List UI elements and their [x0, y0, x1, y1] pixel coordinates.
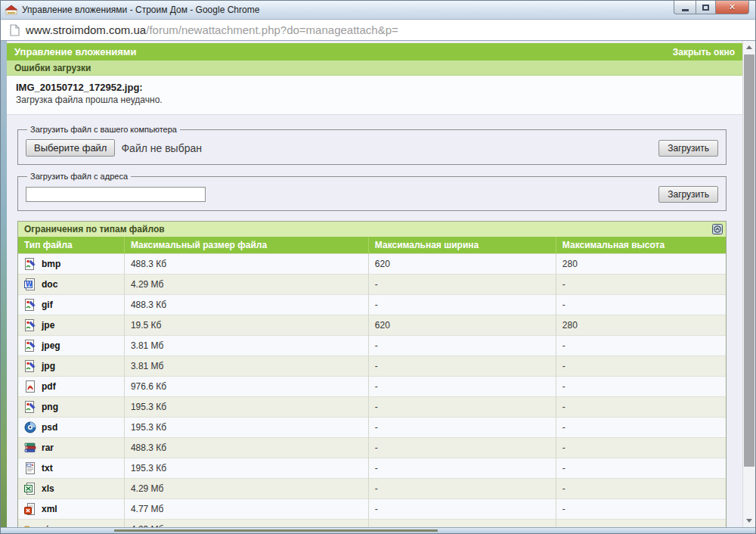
file-type-cell: xls [18, 479, 124, 499]
title-bar[interactable]: Управление вложениями - Строим Дом - Goo… [1, 1, 755, 20]
upload-errors-body: IMG_20150712_172952.jpg: Загрузка файла … [7, 76, 742, 115]
max-width-cell: - [368, 520, 556, 528]
max-size-cell: 195.3 Кб [124, 397, 368, 418]
url-path: /forum/newattachment.php?do=manageattach… [146, 23, 398, 36]
scroll-down-button[interactable] [743, 514, 755, 527]
url-input[interactable] [26, 187, 206, 202]
scrollbar-thumb[interactable] [744, 54, 754, 467]
rar-icon [24, 442, 36, 454]
image-icon [24, 360, 36, 372]
max-size-cell: 488.3 Кб [124, 254, 368, 275]
max-width-cell: - [368, 397, 556, 418]
attachment-manager-page: Управление вложениями Закрыть окно Ошибк… [7, 41, 742, 527]
file-type-label: doc [42, 279, 57, 290]
maximize-button[interactable] [696, 1, 716, 14]
page-header: Управление вложениями Закрыть окно [7, 43, 742, 61]
file-type-cell: jpg [18, 356, 124, 377]
upload-local-fieldset: Загрузить файл с вашего компьютера Выбер… [17, 125, 727, 165]
limits-table-title-bar: Ограничения по типам файлов [18, 222, 726, 237]
file-type-label: jpeg [42, 340, 60, 351]
scroll-down-icon [746, 519, 752, 523]
collapse-icon[interactable] [712, 224, 723, 234]
upload-local-button[interactable]: Загрузить [658, 140, 718, 157]
minimize-icon [682, 9, 689, 11]
image-icon [24, 340, 36, 352]
table-row: pdf976.6 Кб-- [18, 377, 726, 397]
max-width-cell: - [368, 275, 556, 295]
max-height-cell: - [556, 499, 726, 520]
max-height-cell: - [556, 438, 726, 458]
xml-icon [24, 503, 36, 515]
max-size-cell: 195.3 Кб [124, 418, 368, 438]
max-size-cell: 4.29 Мб [124, 275, 368, 295]
upload-url-legend: Загрузить файл с адреса [27, 172, 131, 181]
max-width-cell: - [368, 377, 556, 397]
file-type-limits-table: Ограничения по типам файлов Тип файлаМак… [17, 221, 727, 527]
image-icon [24, 319, 36, 331]
max-height-cell: - [556, 377, 726, 397]
doc-icon: W [24, 278, 36, 290]
file-type-cell: pdf [18, 377, 124, 397]
max-height-cell: - [556, 458, 726, 479]
choose-file-button[interactable]: Выберите файл [26, 139, 115, 157]
page-icon [10, 24, 20, 36]
table-row: txt195.3 Кб-- [18, 458, 726, 479]
psd-icon [24, 421, 36, 433]
max-height-cell: - [556, 295, 726, 315]
scroll-up-button[interactable] [743, 41, 755, 54]
max-width-cell: 620 [368, 254, 556, 275]
table-row: gif488.3 Кб-- [18, 295, 726, 315]
max-width-cell: 620 [368, 315, 556, 336]
max-height-cell: - [556, 275, 726, 295]
file-status-text: Файл не выбран [121, 142, 202, 154]
max-height-cell: - [556, 397, 726, 418]
image-icon [24, 401, 36, 413]
close-window-link[interactable]: Закрыть окно [673, 47, 735, 57]
upload-url-button[interactable]: Загрузить [658, 186, 718, 203]
file-type-cell: jpeg [18, 336, 124, 356]
max-size-cell: 3.81 Мб [124, 356, 368, 377]
max-size-cell: 488.3 Кб [124, 295, 368, 315]
table-row: png195.3 Кб-- [18, 397, 726, 418]
window-controls: ✕ [674, 1, 749, 14]
table-row: jpeg3.81 Мб-- [18, 336, 726, 356]
maximize-icon [702, 5, 709, 11]
url-host: www.stroimdom.com.ua [26, 23, 146, 36]
upload-form-area: Загрузить файл с вашего компьютера Выбер… [7, 115, 742, 527]
file-type-label: bmp [42, 259, 60, 269]
address-bar[interactable]: www.stroimdom.com.ua/forum/newattachment… [1, 20, 755, 41]
file-type-label: jpg [42, 361, 55, 371]
minimize-button[interactable] [674, 1, 696, 14]
file-type-cell: gif [18, 295, 124, 315]
file-type-cell: txt [18, 458, 124, 479]
column-header: Максимальный размер файла [124, 237, 368, 254]
max-height-cell: - [556, 336, 726, 356]
file-type-cell: Wdoc [18, 275, 124, 295]
file-type-label: psd [42, 422, 57, 433]
max-width-cell: - [368, 499, 556, 520]
page-content: Управление вложениями Закрыть окно Ошибк… [1, 41, 755, 527]
max-size-cell: 4.77 Мб [124, 499, 368, 520]
max-width-cell: - [368, 295, 556, 315]
close-icon: ✕ [729, 3, 736, 11]
max-width-cell: - [368, 438, 556, 458]
max-height-cell: - [556, 520, 726, 528]
window-title: Управление вложениями - Строим Дом - Goo… [22, 5, 259, 15]
table-row: zip4.29 Мб-- [18, 520, 726, 528]
file-type-label: xml [42, 504, 57, 514]
scrollbar-track[interactable] [743, 467, 755, 514]
table-row: bmp488.3 Кб620280 [18, 254, 726, 275]
file-type-label: png [42, 402, 58, 412]
table-row: psd195.3 Кб-- [18, 418, 726, 438]
file-type-label: pdf [42, 381, 56, 392]
max-width-cell: - [368, 479, 556, 499]
column-header: Тип файла [18, 237, 124, 254]
column-header: Максимальная высота [556, 237, 726, 254]
table-row: xls4.29 Мб-- [18, 479, 726, 499]
file-type-cell: zip [18, 520, 124, 528]
scrollbar[interactable] [742, 41, 755, 527]
close-button[interactable]: ✕ [716, 1, 749, 14]
table-row: jpg3.81 Мб-- [18, 356, 726, 377]
max-size-cell: 976.6 Кб [124, 377, 368, 397]
window-bottom-frame [1, 527, 755, 533]
